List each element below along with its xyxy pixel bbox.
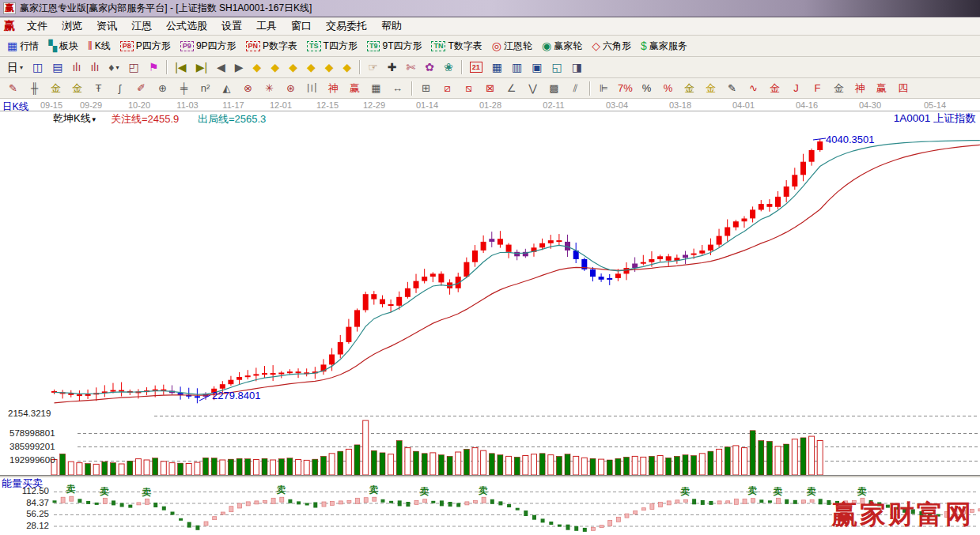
si-angle-button[interactable]: 四 [893, 80, 913, 97]
info-note-button[interactable]: ▤ [48, 58, 66, 76]
fan-lines-button[interactable]: ⧄ [437, 80, 457, 97]
pen-mark-button[interactable]: ✐ [131, 80, 151, 97]
crosshair-button[interactable]: ✚ [384, 58, 401, 76]
menu-帮助[interactable]: 帮助 [374, 17, 409, 35]
menu-工具[interactable]: 工具 [249, 17, 284, 35]
menu-江恩[interactable]: 江恩 [124, 17, 159, 35]
menu-资讯[interactable]: 资讯 [89, 17, 124, 35]
diamond-left-expand-button[interactable]: ◆ [249, 58, 266, 76]
kline-button[interactable]: ǁK线 [84, 37, 115, 55]
mirror-angle-button[interactable]: ◭ [217, 80, 236, 97]
price-ruler-button[interactable]: ⊫ [594, 80, 614, 97]
quotes-button[interactable]: ▦行情 [3, 37, 43, 55]
wave-a-button[interactable]: ∿ [744, 80, 763, 97]
width-arrows-button[interactable]: ↔ [388, 80, 407, 97]
panel-label-daily-kline: 日K线 [2, 100, 28, 114]
hexagon-button[interactable]: ◇六角形 [588, 37, 635, 55]
notepad-button[interactable]: ▥ [508, 58, 526, 76]
p-number-button[interactable]: PNP数字表 [242, 37, 302, 55]
region-cut-button[interactable]: ✄ [403, 58, 420, 76]
ying-angle-button[interactable]: 赢 [872, 80, 891, 97]
menu-设置[interactable]: 设置 [214, 17, 249, 35]
9t-square-button[interactable]: T99T四方形 [363, 37, 426, 55]
t-square-button[interactable]: TST四方形 [303, 37, 361, 55]
save-icon: ▣ [532, 62, 542, 73]
bars-9-button[interactable]: ılı [86, 58, 103, 76]
gann-lines-button[interactable]: ╫ [25, 80, 44, 97]
f-angle-button[interactable]: F [808, 80, 827, 97]
price-axis-min-label: 2154.3219 [8, 409, 51, 418]
9p-square-button[interactable]: P99P四方形 [176, 37, 240, 55]
pct-button[interactable]: % [637, 80, 656, 97]
save-button[interactable]: ▣ [528, 58, 546, 76]
gold-circle-button[interactable]: 金 [679, 80, 699, 97]
color-flag-button[interactable]: ⚑ [145, 58, 163, 76]
diamond-v-compress-button[interactable]: ◆ [321, 58, 338, 76]
diamond-h-compress-button[interactable]: ◆ [303, 58, 320, 76]
j-angle-button[interactable]: J [786, 80, 806, 97]
gann-wheel-button[interactable]: ◎江恩轮 [488, 37, 536, 55]
f-lines-button[interactable]: Ŧ [89, 80, 108, 97]
gold-angle-button[interactable]: 金 [829, 80, 849, 97]
p-square-button[interactable]: P8P四方形 [116, 37, 175, 55]
gold-under-button[interactable]: 金 [765, 80, 785, 97]
t-number-button[interactable]: TNT数字表 [427, 37, 486, 55]
pen-line-button[interactable]: ✎ [722, 80, 742, 97]
menu-文件[interactable]: 文件 [20, 17, 55, 35]
tool-teal-button[interactable]: ❀ [440, 58, 457, 76]
diamond-h-expand-button[interactable]: ◆ [285, 58, 301, 76]
gold-line-button[interactable]: 金 [701, 80, 721, 97]
box-diag-button[interactable]: ⊠ [480, 80, 500, 97]
winner-wheel-button[interactable]: ◉赢家轮 [538, 37, 586, 55]
gann-crosshair-button[interactable]: ⊗ [238, 80, 258, 97]
winner-service-button[interactable]: $赢家服务 [637, 37, 691, 55]
pen-button[interactable]: ✎ [3, 80, 23, 97]
calendar-button[interactable]: 21 [466, 58, 486, 76]
shen-angle-button[interactable]: 神 [850, 80, 870, 97]
kline-type-selector[interactable]: 乾坤K线▼ [53, 111, 97, 126]
menu-交易委托[interactable]: 交易委托 [319, 17, 374, 35]
menu-公式选股[interactable]: 公式选股 [159, 17, 214, 35]
prev-bar-button[interactable]: ◀ [213, 58, 229, 76]
menu-窗口[interactable]: 窗口 [284, 17, 319, 35]
sectors-button[interactable]: ▚板块 [44, 37, 82, 55]
zigzag-button[interactable]: ⋁ [523, 80, 543, 97]
shen-tool-button[interactable]: 神 [324, 80, 343, 97]
pct-line-button[interactable]: % [658, 80, 678, 97]
dense-grid-button[interactable]: ▩ [544, 80, 564, 97]
menu-浏览[interactable]: 浏览 [55, 17, 89, 35]
box-star-button[interactable]: ⊛ [281, 80, 301, 97]
first-page-button[interactable]: |◀ [171, 58, 190, 76]
ying-tool-button[interactable]: 赢 [345, 80, 365, 97]
tick-marks-button[interactable]: 〣 [302, 80, 322, 97]
drag-hand-button[interactable]: ☞ [364, 58, 382, 76]
spiral-button[interactable]: ʃ [110, 80, 130, 97]
print-button[interactable]: ◨ [568, 58, 586, 76]
diamond-right-expand-button[interactable]: ◆ [267, 58, 283, 76]
pct-7-button[interactable]: 7% [615, 80, 635, 97]
cycle-selector-button[interactable]: ♦▾ [104, 58, 123, 76]
circle-target-button[interactable]: ⊕ [153, 80, 172, 97]
diamond-v-expand-button[interactable]: ◆ [339, 58, 356, 76]
angle-rays-button[interactable]: ∠ [501, 80, 521, 97]
bars-9-icon: ılı [90, 62, 99, 73]
grid-123-button[interactable]: ▦ [366, 80, 386, 97]
period-day-selector-button[interactable]: 日▾ [3, 58, 27, 76]
tool-purple-button[interactable]: ✿ [421, 58, 438, 76]
pattern-search-button[interactable]: ◰ [124, 58, 142, 76]
gold-grid-2-button[interactable]: 金 [67, 80, 87, 97]
gold-grid-1-button[interactable]: 金 [46, 80, 66, 97]
last-page-button[interactable]: ▶| [192, 58, 211, 76]
export-image-button[interactable]: ◱ [548, 58, 566, 76]
next-bar-button[interactable]: ▶ [231, 58, 248, 76]
calculator-button[interactable]: ▦ [488, 58, 506, 76]
bars-3-button[interactable]: ılı [68, 58, 85, 76]
chart-region[interactable]: 卖卖卖卖卖卖卖卖卖卖卖卖 09-1509-2910-2011-0311-1712… [0, 99, 980, 535]
box-corner-button[interactable]: ⊞ [416, 80, 436, 97]
chart-layout-button[interactable]: ◫ [28, 58, 47, 76]
fan-box-button[interactable]: ⧅ [459, 80, 479, 97]
n-square-button[interactable]: n² [195, 80, 215, 97]
hash-lines-button[interactable]: ╪ [174, 80, 194, 97]
parallel-slash-button[interactable]: ⫽ [566, 80, 585, 97]
spider-web-button[interactable]: ✳ [259, 80, 279, 97]
